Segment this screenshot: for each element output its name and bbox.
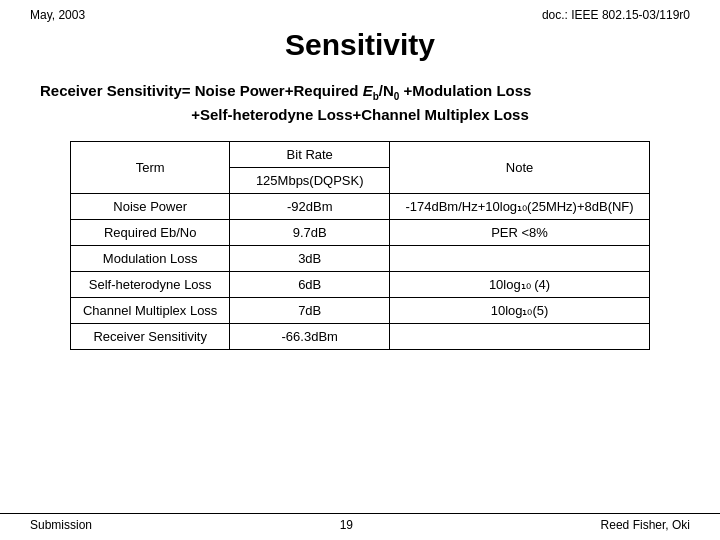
- col-term-header: Term: [71, 142, 230, 194]
- row1-value: -92dBm: [230, 194, 390, 220]
- table-row: Self-heterodyne Loss 6dB 10log₁₀ (4): [71, 272, 650, 298]
- row6-term: Receiver Sensitivity: [71, 324, 230, 350]
- footer: Submission 19 Reed Fisher, Oki: [0, 513, 720, 532]
- table-row: Required Eb/No 9.7dB PER <8%: [71, 220, 650, 246]
- row5-term: Channel Multiplex Loss: [71, 298, 230, 324]
- row3-term: Modulation Loss: [71, 246, 230, 272]
- table-row: Noise Power -92dBm -174dBm/Hz+10log₁₀(25…: [71, 194, 650, 220]
- footer-left: Submission: [30, 518, 92, 532]
- footer-right: Reed Fisher, Oki: [601, 518, 690, 532]
- table-header-row: Term Bit Rate Note: [71, 142, 650, 168]
- formula-text2: +Self-heterodyne Loss+Channel Multiplex …: [191, 106, 529, 123]
- row1-note: -174dBm/Hz+10log₁₀(25MHz)+8dB(NF): [390, 194, 650, 220]
- header-date: May, 2003: [30, 8, 85, 22]
- row3-note: [390, 246, 650, 272]
- col-bitrate-header-line2: 125Mbps(DQPSK): [230, 168, 390, 194]
- row2-term: Required Eb/No: [71, 220, 230, 246]
- row6-value: -66.3dBm: [230, 324, 390, 350]
- row5-note: 10log₁₀(5): [390, 298, 650, 324]
- row1-term: Noise Power: [71, 194, 230, 220]
- row6-note: [390, 324, 650, 350]
- row2-value: 9.7dB: [230, 220, 390, 246]
- formula-line1: Receiver Sensitivity= Noise Power+Requir…: [40, 82, 680, 102]
- row5-value: 7dB: [230, 298, 390, 324]
- row4-note: 10log₁₀ (4): [390, 272, 650, 298]
- header-doc: doc.: IEEE 802.15-03/119r0: [542, 8, 690, 22]
- sensitivity-table: Term Bit Rate Note 125Mbps(DQPSK) Noise …: [70, 141, 650, 350]
- table-row: Modulation Loss 3dB: [71, 246, 650, 272]
- table-row: Channel Multiplex Loss 7dB 10log₁₀(5): [71, 298, 650, 324]
- col-note-header: Note: [390, 142, 650, 194]
- formula-text1: Receiver Sensitivity= Noise Power+Requir…: [40, 82, 531, 99]
- data-table-wrapper: Term Bit Rate Note 125Mbps(DQPSK) Noise …: [40, 141, 680, 350]
- formula-line2: +Self-heterodyne Loss+Channel Multiplex …: [40, 106, 680, 123]
- row3-value: 3dB: [230, 246, 390, 272]
- page-title: Sensitivity: [0, 28, 720, 62]
- row2-note: PER <8%: [390, 220, 650, 246]
- col-bitrate-header-line1: Bit Rate: [230, 142, 390, 168]
- row4-term: Self-heterodyne Loss: [71, 272, 230, 298]
- row4-value: 6dB: [230, 272, 390, 298]
- footer-center: 19: [340, 518, 353, 532]
- table-row: Receiver Sensitivity -66.3dBm: [71, 324, 650, 350]
